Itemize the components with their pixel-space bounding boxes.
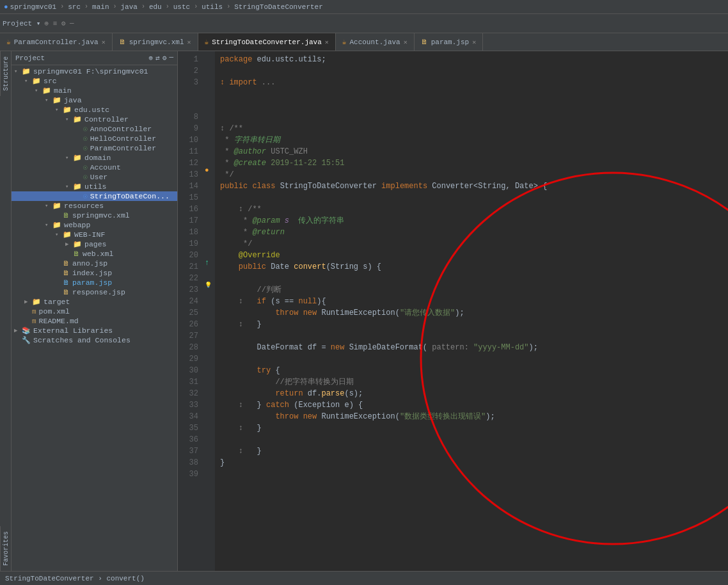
- tab-account[interactable]: ☕ Account.java ✕: [336, 33, 415, 51]
- tab-paramcontroller[interactable]: ☕ ParamController.java ✕: [0, 33, 113, 51]
- code-line-33: ↕ } catch (Exception e) {: [220, 399, 728, 411]
- tree-item-domain[interactable]: ▾ 📁 domain: [12, 153, 177, 163]
- code-line-1: package edu.ustc.utils;: [220, 54, 728, 65]
- editor: 1 2 3 8 9 10 11 12 13 14 15 16 17 18: [178, 51, 728, 571]
- java-class-icon: ☉: [83, 173, 88, 181]
- jsp-icon: 🗎: [63, 278, 70, 287]
- tab-stringtodateconverter[interactable]: ☕ StringToDateConverter.java ✕: [198, 33, 336, 51]
- java-class-icon: ☉: [83, 163, 88, 172]
- folder-icon: 📁: [73, 240, 82, 248]
- tab-label: param.jsp: [431, 38, 469, 46]
- editor-body: 1 2 3 8 9 10 11 12 13 14 15 16 17 18: [178, 51, 728, 571]
- tree-item-stringtodateconverter[interactable]: ☉ StringToDateCon...: [12, 191, 177, 201]
- tree-item-paramcontroller[interactable]: ☉ ParamController: [12, 143, 177, 153]
- folder-icon: 📁: [52, 221, 61, 229]
- side-panels: Structure Favorites: [0, 51, 12, 571]
- tree-item-webinf[interactable]: ▾ 📁 WEB-INF: [12, 230, 177, 239]
- tree-item-anno-jsp[interactable]: 🗎 anno.jsp: [12, 259, 177, 268]
- code-line-26: ↕ }: [220, 319, 728, 330]
- code-line-30: try {: [220, 365, 728, 376]
- sidebar-title: Project: [15, 54, 45, 62]
- tab-label: springmvc.xml: [129, 38, 184, 46]
- tab-close-stringtodateconverter[interactable]: ✕: [325, 38, 329, 46]
- folder-icon: 📁: [73, 115, 82, 124]
- code-line-37: ↕ }: [220, 445, 728, 457]
- xml-icon: 🗎: [73, 250, 80, 258]
- code-line-3: ↕ import ...: [220, 77, 728, 88]
- favorites-panel-label[interactable]: Favorites: [0, 526, 11, 571]
- folder-icon: 📁: [73, 154, 82, 162]
- java-icon: ☕: [205, 38, 209, 46]
- java-icon: ☕: [6, 38, 11, 46]
- java-class-icon: ☉: [83, 134, 88, 143]
- status-breadcrumb: StringToDateConverter › convert(): [5, 575, 145, 582]
- tree-item-index-jsp[interactable]: 🗎 index.jsp: [12, 268, 177, 278]
- settings-icon[interactable]: ⚙: [162, 54, 167, 62]
- tree-item-readme[interactable]: m README.md: [12, 316, 177, 326]
- jsp-icon: 🗎: [63, 259, 70, 268]
- tab-springmvc[interactable]: 🗎 springmvc.xml ✕: [113, 33, 198, 51]
- tree-arrow: ▾: [45, 221, 52, 228]
- code-line-36: [220, 434, 728, 445]
- sidebar-header: Project ⊕ ⇄ ⚙ ─: [12, 51, 177, 65]
- minimize-icon[interactable]: ─: [169, 54, 173, 62]
- folder-icon: 📁: [32, 298, 41, 306]
- tree-item-annocontroller[interactable]: ☉ AnnoController: [12, 124, 177, 134]
- tree-item-param-jsp[interactable]: 🗎 param.jsp: [12, 278, 177, 287]
- structure-panel-label[interactable]: Structure: [0, 51, 11, 96]
- tree-arrow: ▾: [65, 154, 73, 161]
- tree-item-user[interactable]: ☉ User: [12, 172, 177, 182]
- tab-close-paramcontroller[interactable]: ✕: [102, 38, 106, 46]
- tree-arrow: ▾: [14, 68, 22, 75]
- tree-item-scratches[interactable]: 🔧 Scratches and Consoles: [12, 335, 177, 345]
- add-icon[interactable]: ⊕: [149, 54, 154, 62]
- tree-item-utils[interactable]: ▾ 📁 utils: [12, 182, 177, 191]
- code-line-29: [220, 353, 728, 365]
- tree-item-resources[interactable]: ▾ 📁 resources: [12, 201, 177, 211]
- jsp-icon: 🗎: [421, 38, 428, 46]
- code-line-empty1: [220, 88, 728, 100]
- code-line-21: public Date convert(String s) {: [220, 261, 728, 273]
- tree-item-hellocontroller[interactable]: ☉ HelloController: [12, 134, 177, 143]
- folder-icon: 📁: [22, 67, 31, 76]
- tree-item-edu-ustc[interactable]: ▾ 📁 edu.ustc: [12, 105, 177, 115]
- tree-arrow: ▶: [14, 327, 22, 334]
- code-line-15: [220, 192, 728, 204]
- code-line-20: @Override: [220, 250, 728, 261]
- tab-close-account[interactable]: ✕: [404, 38, 408, 46]
- tree-item-src[interactable]: ▾ 📁 src: [12, 76, 177, 86]
- sync-icon[interactable]: ⇄: [155, 54, 160, 62]
- tree-item-java[interactable]: ▾ 📁 java: [12, 95, 177, 105]
- code-line-12: * @create 2019-11-22 15:51: [220, 157, 728, 169]
- tree-item-external-libraries[interactable]: ▶ 📚 External Libraries: [12, 326, 177, 335]
- tree-item-target[interactable]: ▶ 📁 target: [12, 297, 177, 307]
- xml-icon: 🗎: [119, 38, 126, 46]
- md-icon: m: [32, 317, 36, 325]
- code-line-19: */: [220, 238, 728, 250]
- tab-close-param[interactable]: ✕: [472, 38, 476, 46]
- tree-arrow: ▾: [65, 116, 73, 123]
- tree-item-controller[interactable]: ▾ 📁 Controller: [12, 115, 177, 124]
- tree-item-response-jsp[interactable]: 🗎 response.jsp: [12, 287, 177, 297]
- tab-label: Account.java: [349, 38, 400, 46]
- folder-icon: 📁: [73, 182, 82, 191]
- code-line-2: [220, 65, 728, 77]
- tree-item-webapp[interactable]: ▾ 📁 webapp: [12, 220, 177, 230]
- tree-item-springmvc-xml[interactable]: 🗎 springmvc.xml: [12, 211, 177, 220]
- tree-item-account[interactable]: ☉ Account: [12, 163, 177, 172]
- toolbar-icons: ⊕ ≡ ⚙ ─: [44, 19, 74, 28]
- tab-label: ParamController.java: [14, 38, 99, 46]
- tree-arrow: ▾: [45, 97, 52, 104]
- tree-item-pom-xml[interactable]: m pom.xml: [12, 307, 177, 316]
- tree-item-main[interactable]: ▾ 📁 main: [12, 86, 177, 95]
- tree-item-springmvc01[interactable]: ▾ 📁 springmvc01 F:\springmvc01: [12, 67, 177, 76]
- project-label: Project ▾: [3, 19, 40, 28]
- tree-item-webxml[interactable]: 🗎 web.xml: [12, 249, 177, 259]
- tab-param[interactable]: 🗎 param.jsp ✕: [415, 33, 483, 51]
- java-class-icon: ☉: [83, 125, 88, 133]
- gutter: ● ↑ 💡: [203, 51, 215, 571]
- tree-item-pages[interactable]: ▶ 📁 pages: [12, 239, 177, 249]
- tree-arrow: ▾: [55, 231, 63, 238]
- tab-close-springmvc[interactable]: ✕: [187, 38, 191, 46]
- code-area[interactable]: package edu.ustc.utils; ↕ import ... ↕ /…: [215, 51, 728, 571]
